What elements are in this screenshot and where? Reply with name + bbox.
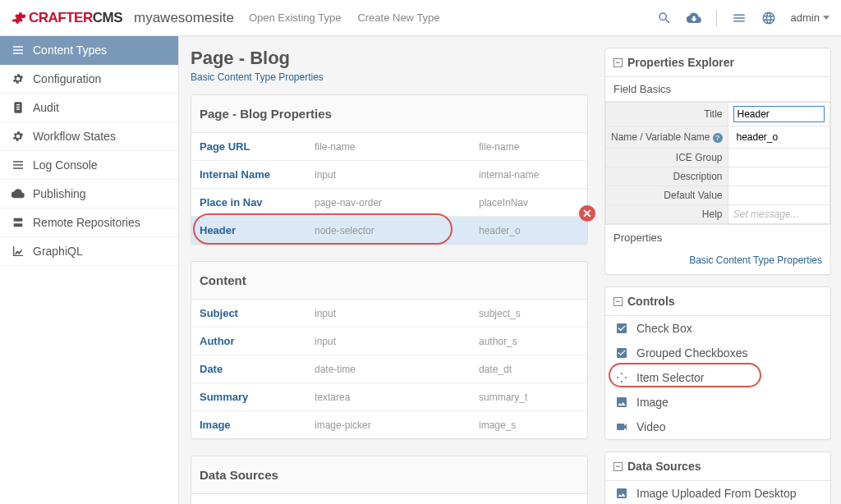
property-name: Subject [200,307,315,319]
collapse-icon: − [614,297,623,306]
properties-explorer-title: Properties Explorer [627,56,734,69]
pe-input-title[interactable] [733,106,825,122]
pe-label-ice-group: ICE Group [606,149,728,167]
control-item-selector[interactable]: Item Selector [605,365,830,390]
basic-content-type-properties-link[interactable]: Basic Content Type Properties [191,71,324,83]
property-row-summary[interactable]: Summary textarea summary_t [191,383,587,411]
property-var: placeInNav [479,197,528,208]
cloud-icon [11,187,25,200]
site-name: myawesomesite [134,10,234,26]
content-panel-header: Content [191,262,587,300]
content-panel: Content Subject input subject_s Author i… [191,261,588,439]
property-row-image[interactable]: Image image-picker image_s [191,411,587,438]
controls-panel: − Controls Check Box Grouped Checkboxes … [604,286,831,440]
sidebar-item-publishing[interactable]: Publishing [0,180,178,208]
properties-explorer-header[interactable]: − Properties Explorer [605,48,830,77]
pe-label-default-value: Default Value [606,186,728,205]
pe-label-description: Description [606,167,728,186]
sidebar: Content Types Configuration Audit Workfl… [0,36,179,504]
user-name: admin [791,11,820,24]
control-image[interactable]: Image [605,390,830,415]
checkbox-icon [615,322,628,335]
checkbox-icon [615,346,628,360]
property-name: Date [200,363,315,375]
right-column: − Properties Explorer Field Basics Title… [604,36,841,504]
control-video[interactable]: Video [605,415,830,439]
datasource-image-uploaded-desktop[interactable]: Image Uploaded From Desktop [605,481,830,504]
menu-icon[interactable] [732,11,747,25]
property-name: Place in Nav [200,196,315,208]
basic-content-type-properties-link-2[interactable]: Basic Content Type Properties [605,250,830,274]
help-icon[interactable]: ? [713,133,723,143]
sidebar-item-log-console[interactable]: Log Console [0,151,178,180]
property-type: input [315,336,479,347]
collapse-icon: − [614,462,623,471]
sidebar-item-remote-repositories[interactable]: Remote Repositories [0,208,178,237]
sidebar-item-label: Content Types [33,44,107,57]
pe-value-description[interactable] [728,167,830,186]
property-row-internal-name[interactable]: Internal Name input internal-name [191,161,587,189]
pe-value-default-value[interactable] [728,186,830,205]
property-row-date[interactable]: Date date-time date_dt [191,355,587,383]
property-row-page-url[interactable]: Page URL file-name file-name [191,133,587,161]
pe-value-help[interactable]: Set message... [728,205,830,224]
open-existing-type-link[interactable]: Open Existing Type [249,11,342,24]
sidebar-item-graphiql[interactable]: GraphiQL [0,237,178,266]
sidebar-item-workflow-states[interactable]: Workflow States [0,122,178,151]
controls-header[interactable]: − Controls [605,287,830,316]
search-icon[interactable] [657,11,672,25]
property-row-header[interactable]: ✕ Header node-selector header_o [191,217,587,244]
property-name: Author [200,335,315,347]
pe-value-ice-group[interactable] [728,149,830,167]
page-title: Page - Blog [191,48,588,69]
control-label: Grouped Checkboxes [636,346,747,360]
image-icon [615,396,628,409]
cloud-download-icon[interactable] [687,11,701,25]
datasources-side-panel: − Data Sources Image Uploaded From Deskt… [604,451,831,504]
gear-icon [11,11,26,25]
datasources-header[interactable]: − Data Sources [605,452,830,481]
property-var: internal-name [479,169,539,181]
property-row-subject[interactable]: Subject input subject_s [191,300,587,328]
property-row-place-in-nav[interactable]: Place in Nav page-nav-order placeInNav [191,189,587,217]
logo[interactable]: CRAFTERCMS [11,10,122,26]
datasources-panel: Data Sources Upload Images img-desktop-u… [191,456,588,504]
controls-title: Controls [627,295,675,308]
sidebar-item-audit[interactable]: Audit [0,94,178,122]
pe-label-title: Title [606,103,728,126]
property-name: Image [200,419,315,431]
sidebar-item-content-types[interactable]: Content Types [0,36,178,65]
properties-section-label[interactable]: Properties [605,224,830,250]
properties-explorer-panel: − Properties Explorer Field Basics Title… [604,48,831,275]
property-var: header_o [479,225,521,236]
sidebar-item-configuration[interactable]: Configuration [0,65,178,94]
globe-icon[interactable] [761,11,776,25]
delete-field-button[interactable]: ✕ [579,205,595,222]
create-new-type-link[interactable]: Create New Type [357,11,439,24]
list-icon [11,158,25,172]
property-type: textarea [315,392,479,403]
field-basics-label: Field Basics [605,77,830,102]
property-var: author_s [479,336,517,347]
control-label: Video [636,420,666,433]
user-menu[interactable]: admin [791,11,830,24]
property-type: input [315,308,479,319]
property-var: image_s [479,419,516,431]
selector-icon [615,371,628,384]
control-label: Image [636,396,669,409]
datasource-row-upload-images[interactable]: Upload Images img-desktop-upload (image)… [191,494,587,504]
chart-icon [11,245,25,258]
pe-input-name[interactable] [733,130,825,144]
audit-icon [11,101,25,114]
datasources-title: Data Sources [627,460,701,473]
video-icon [615,420,628,433]
property-var: date_dt [479,364,512,375]
control-check-box[interactable]: Check Box [605,316,830,341]
control-grouped-checkboxes[interactable]: Grouped Checkboxes [605,341,830,365]
pe-label-help: Help [606,205,728,224]
sidebar-item-label: Audit [33,101,59,114]
top-header: CRAFTERCMS myawesomesite Open Existing T… [0,0,841,36]
property-type: page-nav-order [315,197,479,208]
sidebar-item-label: Log Console [33,158,98,172]
property-row-author[interactable]: Author input author_s [191,328,587,355]
